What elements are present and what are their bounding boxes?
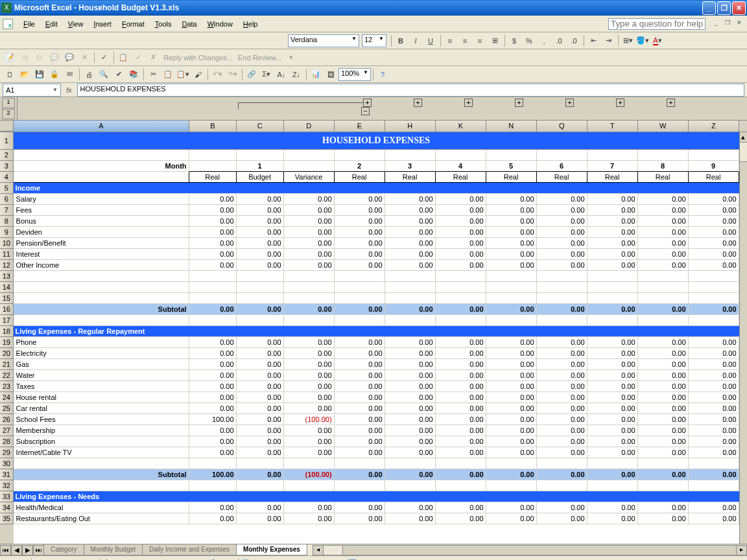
row-header-27[interactable]: 27 xyxy=(0,425,14,436)
reject-change-button[interactable]: ✗ xyxy=(146,51,160,65)
cell[interactable]: 0.00 xyxy=(537,205,587,216)
cell[interactable]: 0.00 xyxy=(537,238,587,249)
cell[interactable]: 0.00 xyxy=(237,227,284,238)
cell[interactable]: 0.00 xyxy=(237,436,284,447)
show-comment-button[interactable]: 💬 xyxy=(47,51,62,65)
cell[interactable]: 0.00 xyxy=(335,337,385,348)
cell[interactable]: 0.00 xyxy=(385,304,436,315)
cell[interactable]: 0.00 xyxy=(537,447,587,458)
cell[interactable]: 0.00 xyxy=(335,205,385,216)
outline-expand-button[interactable]: + xyxy=(414,99,422,107)
cell[interactable]: 0.00 xyxy=(436,447,486,458)
cell[interactable]: 0.00 xyxy=(237,469,284,480)
cell[interactable]: 0.00 xyxy=(537,414,587,425)
cell[interactable] xyxy=(638,271,689,282)
cell[interactable]: 0.00 xyxy=(689,392,739,403)
cell[interactable]: 0.00 xyxy=(638,436,689,447)
textbox-button[interactable]: 🅰 xyxy=(161,557,176,561)
cell[interactable]: 0.00 xyxy=(486,469,537,480)
cell[interactable] xyxy=(237,271,284,282)
cell[interactable] xyxy=(14,480,189,491)
cell[interactable]: 0.00 xyxy=(237,337,284,348)
cell[interactable]: 0.00 xyxy=(284,216,335,227)
cell[interactable]: 0.00 xyxy=(486,304,537,315)
cell[interactable] xyxy=(189,458,237,469)
scroll-thumb[interactable] xyxy=(740,143,747,162)
cell[interactable]: 0.00 xyxy=(189,436,237,447)
cell[interactable]: 0.00 xyxy=(436,205,486,216)
cell[interactable] xyxy=(284,161,335,172)
cell[interactable]: 0.00 xyxy=(189,348,237,359)
bold-button[interactable]: B xyxy=(394,34,408,48)
cell[interactable]: 0.00 xyxy=(284,238,335,249)
cell[interactable] xyxy=(587,282,638,293)
align-right-button[interactable]: ≡ xyxy=(473,34,487,48)
outline-collapse-button[interactable]: − xyxy=(361,107,370,115)
cell[interactable]: 0.00 xyxy=(689,249,739,260)
scroll-up-button[interactable]: ▴ xyxy=(740,132,747,143)
cell[interactable]: 0.00 xyxy=(189,216,237,227)
cell[interactable]: 0.00 xyxy=(436,216,486,227)
menu-view[interactable]: View xyxy=(63,18,89,30)
cell[interactable]: 0.00 xyxy=(486,370,537,381)
cell[interactable]: 0.00 xyxy=(385,447,436,458)
col-header-Z[interactable]: Z xyxy=(689,121,739,132)
cell[interactable]: 0.00 xyxy=(587,502,638,513)
cell[interactable]: 0.00 xyxy=(486,502,537,513)
cell[interactable]: Real xyxy=(638,172,689,183)
cell[interactable]: 0.00 xyxy=(284,403,335,414)
cell[interactable]: 0.00 xyxy=(335,502,385,513)
cell[interactable] xyxy=(189,293,237,304)
prev-comment-button[interactable]: ◁ xyxy=(18,51,32,65)
rectangle-button[interactable]: ▭ xyxy=(132,557,146,561)
col-header-H[interactable]: H xyxy=(385,121,436,132)
cell[interactable]: 0.00 xyxy=(189,337,237,348)
cell[interactable]: 0.00 xyxy=(335,447,385,458)
new-comment-button[interactable]: 📝 xyxy=(3,51,17,65)
cell[interactable]: 0.00 xyxy=(537,348,587,359)
cell[interactable]: 0.00 xyxy=(638,403,689,414)
cell[interactable]: 0.00 xyxy=(689,359,739,370)
row-header-24[interactable]: 24 xyxy=(0,392,14,403)
cell[interactable]: 0.00 xyxy=(284,436,335,447)
cell[interactable]: 0.00 xyxy=(537,194,587,205)
cell[interactable]: Real xyxy=(385,172,436,183)
cell[interactable] xyxy=(587,458,638,469)
cell[interactable]: 7 xyxy=(587,161,638,172)
cell[interactable]: 0.00 xyxy=(436,469,486,480)
cell[interactable] xyxy=(237,315,284,326)
cell[interactable]: 0.00 xyxy=(587,414,638,425)
cell[interactable]: 0.00 xyxy=(486,238,537,249)
cell[interactable] xyxy=(189,480,237,491)
cell[interactable]: 0.00 xyxy=(638,392,689,403)
cell[interactable]: 0.00 xyxy=(189,447,237,458)
cell[interactable]: Subscription xyxy=(14,436,189,447)
cell[interactable]: 0.00 xyxy=(638,304,689,315)
cell[interactable] xyxy=(189,271,237,282)
cell[interactable]: 0.00 xyxy=(689,194,739,205)
cell[interactable] xyxy=(689,480,739,491)
arrow-button[interactable]: ↘ xyxy=(117,557,131,561)
cell[interactable]: 0.00 xyxy=(335,392,385,403)
cell[interactable]: 0.00 xyxy=(189,403,237,414)
cell[interactable]: 0.00 xyxy=(537,260,587,271)
cell[interactable] xyxy=(689,315,739,326)
cell[interactable]: 0.00 xyxy=(436,513,486,524)
arrow-style-button[interactable]: ⇄ xyxy=(315,557,329,561)
cell[interactable] xyxy=(284,458,335,469)
cell[interactable]: 0.00 xyxy=(638,469,689,480)
cell[interactable]: 0.00 xyxy=(638,513,689,524)
cell[interactable] xyxy=(689,458,739,469)
cell[interactable]: 0.00 xyxy=(284,227,335,238)
cell[interactable] xyxy=(436,480,486,491)
cell[interactable]: Taxes xyxy=(14,381,189,392)
cell[interactable]: 0.00 xyxy=(486,447,537,458)
cell[interactable] xyxy=(14,315,189,326)
cell[interactable]: 0.00 xyxy=(537,227,587,238)
outline-expand-button[interactable]: + xyxy=(363,99,372,107)
cell[interactable]: 0.00 xyxy=(537,249,587,260)
cell[interactable] xyxy=(436,315,486,326)
cell[interactable] xyxy=(436,293,486,304)
decrease-indent-button[interactable]: ⇤ xyxy=(586,34,600,48)
cell[interactable] xyxy=(189,161,237,172)
